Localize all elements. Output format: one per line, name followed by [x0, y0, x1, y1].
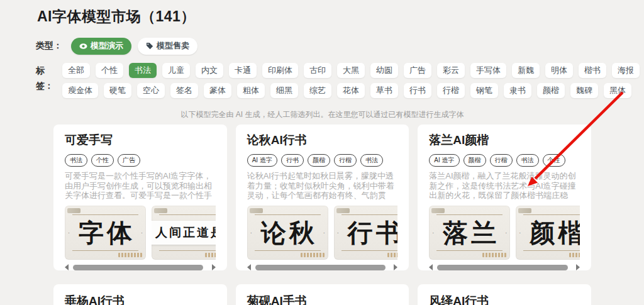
model-card-title: 风绎AI行书 — [429, 293, 580, 305]
preview-rule-line — [72, 250, 138, 251]
carousel-scroll-track[interactable] — [73, 265, 208, 270]
carousel-right-arrow-icon[interactable] — [212, 264, 216, 270]
model-cards-grid-next-row: 垂杨AI行书菊砚AI手书风绎AI行书 — [53, 284, 591, 305]
tag-option[interactable]: 隶书 — [504, 83, 531, 98]
model-tag-pill: 书法 — [516, 154, 539, 167]
tag-option[interactable]: 明体 — [545, 63, 573, 78]
tag-option[interactable]: 印刷体 — [262, 63, 298, 78]
model-card[interactable]: 可爱手写书法个性广告可爱手写是一款个性手写的AI造字字体，由用户手写创作生成，可… — [53, 125, 227, 270]
tag-option[interactable]: 新魏 — [512, 63, 540, 78]
model-tag-pill: 书法 — [360, 154, 383, 167]
tag-row-2: 瘦金体硬笔空心签名篆体粗体细黑综艺花体草书行书行楷钢笔隶书颜楷魏碑黑体 — [62, 83, 644, 98]
model-tag-pill: 行书 — [281, 154, 304, 167]
tag-option[interactable]: 古印 — [304, 63, 331, 78]
carousel-scroll-track[interactable] — [437, 265, 572, 270]
tag-option[interactable]: 行楷 — [437, 83, 465, 98]
model-card[interactable]: 垂杨AI行书 — [53, 284, 227, 305]
tag-option[interactable]: 全部 — [62, 63, 90, 78]
preview-rule-line — [255, 250, 321, 251]
tag-option[interactable]: 签名 — [170, 83, 198, 98]
tag-option[interactable]: 黑体 — [604, 83, 631, 98]
font-preview-thumbnail[interactable]: ··论秋 — [247, 206, 328, 260]
tag-option[interactable]: 综艺 — [304, 83, 331, 98]
tag-option[interactable]: 内文 — [196, 63, 223, 78]
type-option-label: 模型演示 — [91, 40, 123, 52]
font-preview-thumbnail[interactable]: 人间正道是沧 — [152, 206, 216, 260]
tag-option[interactable]: 花体 — [337, 83, 365, 98]
model-card-tags: 书法个性广告 — [65, 154, 216, 167]
carousel-left-arrow-icon[interactable] — [429, 264, 433, 270]
tag-option[interactable]: 海报 — [612, 63, 640, 78]
model-tag-pill: AI 造字 — [429, 154, 459, 167]
preview-sample-text: 论秋 — [258, 216, 318, 250]
tag-option[interactable]: 颜楷 — [537, 83, 565, 98]
model-card[interactable]: 论秋AI行书AI 造字行书颜楷行楷书法论秋AI行书起笔时如秋日晨雾，朦胧中透着力… — [236, 125, 409, 270]
tag-option[interactable]: 书法 — [129, 63, 157, 78]
tag-option[interactable]: 儿童 — [162, 63, 190, 78]
tag-option[interactable]: 彩云 — [437, 63, 465, 78]
tag-filter-label: 标签： — [36, 63, 53, 93]
type-option-sell[interactable]: 模型售卖 — [138, 38, 197, 55]
tag-option[interactable]: 行书 — [404, 83, 431, 98]
tag-option[interactable]: 钢笔 — [470, 83, 498, 98]
tag-option[interactable]: 卡通 — [229, 63, 257, 78]
tag-option[interactable]: 幼圆 — [370, 63, 398, 78]
tag-option[interactable]: 篆体 — [204, 83, 231, 98]
model-tag-pill: 书法 — [65, 154, 87, 167]
preview-rule-line — [341, 250, 398, 251]
preview-corner-badge — [336, 208, 350, 213]
preview-carousel[interactable]: ··字体人间正道是沧 — [65, 206, 216, 260]
decor-dot: · — [337, 230, 339, 236]
font-preview-thumbnail[interactable]: ··落兰 — [429, 206, 510, 260]
model-card[interactable]: 落兰AI颜楷AI 造字颜楷行楷书法个性落兰AI颜楷，融入了兰花般清雅灵动的创新之… — [418, 125, 591, 270]
preview-carousel[interactable]: ··论秋··行书 — [247, 206, 398, 260]
model-card-title: 垂杨AI行书 — [65, 293, 216, 305]
tag-option[interactable]: 手写体 — [470, 63, 506, 78]
tag-option[interactable]: 草书 — [370, 83, 398, 98]
font-preview-thumbnail[interactable]: ··颜楷 — [516, 206, 580, 260]
model-card-title: 论秋AI行书 — [247, 132, 398, 148]
type-filter-label: 类型： — [36, 40, 62, 52]
preview-sample-text: 字体 — [75, 216, 135, 250]
carousel-right-arrow-icon[interactable] — [576, 264, 580, 270]
font-market-page: { "page": { "title": "AI字体模型市场（141）", "n… — [0, 0, 644, 305]
model-card[interactable]: 风绎AI行书 — [418, 284, 591, 305]
tag-option[interactable]: 魏碑 — [570, 83, 598, 98]
tag-option[interactable]: 广告 — [404, 63, 431, 78]
carousel-right-arrow-icon[interactable] — [394, 264, 397, 270]
decor-dot: · — [323, 230, 325, 236]
type-option-demo[interactable]: 模型演示 — [71, 38, 131, 55]
carousel-scroll-thumb[interactable] — [73, 265, 203, 270]
preview-corner-badge — [67, 208, 80, 213]
model-tag-pill: 广告 — [118, 154, 140, 167]
carousel-scroll-thumb[interactable] — [437, 265, 567, 270]
tag-option[interactable]: 个性 — [96, 63, 123, 78]
preview-sample-text: 落兰 — [440, 216, 499, 250]
tag-option[interactable]: 大黑 — [337, 63, 365, 78]
tag-option[interactable]: 瘦金体 — [62, 83, 98, 98]
carousel-left-arrow-icon[interactable] — [65, 264, 69, 270]
font-preview-thumbnail[interactable]: ··行书 — [334, 206, 398, 260]
watermark-logo — [301, 253, 325, 257]
carousel-left-arrow-icon[interactable] — [247, 264, 251, 270]
font-preview-thumbnail[interactable]: ··字体 — [65, 206, 146, 260]
model-card[interactable]: 菊砚AI手书 — [236, 284, 409, 305]
carousel-scroll-thumb[interactable] — [255, 265, 386, 270]
tag-option[interactable]: 细黑 — [270, 83, 298, 98]
tag-option[interactable]: 硬笔 — [104, 83, 131, 98]
filter-panel: 类型： 模型演示模型售卖 标签： 全部个性书法儿童内文卡通印刷体古印大黑幼圆广告… — [36, 37, 609, 98]
type-option-label: 模型售卖 — [157, 40, 189, 52]
tag-option[interactable]: 空心 — [137, 83, 165, 98]
carousel-scrollbar — [65, 264, 216, 270]
tag-option[interactable]: 粗体 — [237, 83, 265, 98]
preview-corner-badge — [431, 208, 445, 213]
decor-dot: · — [141, 230, 143, 236]
tag-option[interactable]: 楷书 — [579, 63, 606, 78]
carousel-scroll-track[interactable] — [255, 265, 390, 270]
tag-row-1: 全部个性书法儿童内文卡通印刷体古印大黑幼圆广告彩云手写体新魏明体楷书海报琥珀 — [62, 63, 644, 78]
preview-carousel[interactable]: ··落兰··颜楷 — [429, 206, 580, 260]
decor-dot: · — [250, 230, 252, 236]
model-cards-grid: 可爱手写书法个性广告可爱手写是一款个性手写的AI造字字体，由用户手写创作生成，可… — [53, 125, 591, 270]
ai-generated-notice: 以下模型完全由 AI 生成，经人工筛选列出。在这里您可以通过已有模型进行生成字体 — [53, 109, 591, 120]
type-filter-row: 类型： 模型演示模型售卖 — [36, 37, 609, 55]
